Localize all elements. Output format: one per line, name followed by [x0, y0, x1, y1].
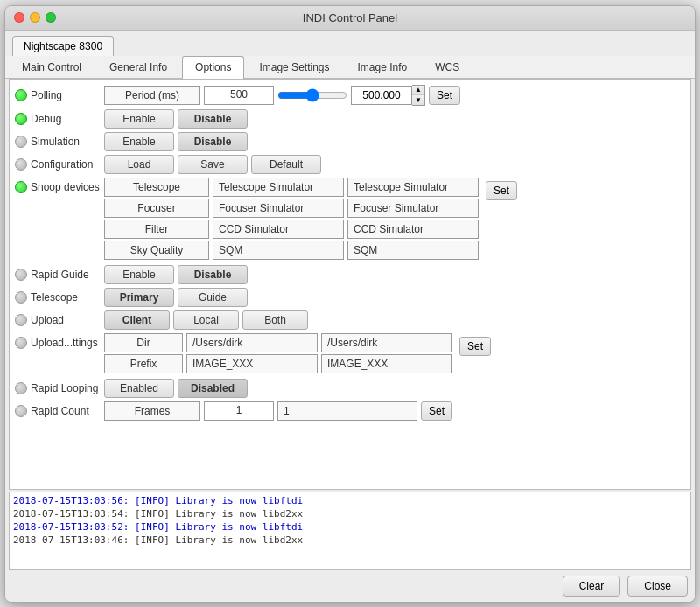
polling-indicator	[15, 89, 27, 101]
simulation-label: Simulation	[31, 136, 101, 148]
rapid-guide-label: Rapid Guide	[31, 269, 101, 281]
snoop-quality-val2: SQM	[347, 241, 479, 260]
configuration-save-button[interactable]: Save	[178, 155, 248, 174]
snoop-focuser-field: Focuser	[104, 199, 209, 218]
snoop-focuser-val2: Focuser Simulator	[347, 199, 479, 218]
snoop-indicator	[15, 181, 27, 193]
polling-spinner-down[interactable]: ▼	[412, 95, 424, 105]
close-button[interactable]	[14, 12, 24, 23]
rapid-guide-disable-button[interactable]: Disable	[178, 265, 248, 284]
telescope-row: Telescope Primary Guide	[15, 288, 685, 307]
rapid-count-field: Frames	[104, 401, 200, 421]
titlebar: INDI Control Panel	[5, 6, 695, 31]
configuration-load-button[interactable]: Load	[104, 155, 174, 174]
upload-client-button[interactable]: Client	[104, 310, 170, 330]
configuration-default-button[interactable]: Default	[251, 155, 321, 174]
rapid-guide-enable-button[interactable]: Enable	[104, 265, 174, 284]
maximize-button[interactable]	[46, 12, 56, 23]
snoop-filter-val2: CCD Simulator	[347, 220, 479, 239]
debug-indicator	[15, 113, 27, 125]
configuration-label: Configuration	[31, 158, 101, 171]
log-line-1: 2018-07-15T13:03:54: [INFO] Library is n…	[13, 507, 687, 520]
content-area: Polling Period (ms) 500 500.000 ▲ ▼ Set …	[9, 79, 691, 490]
rapid-guide-indicator	[15, 269, 27, 281]
upload-settings-set-button[interactable]: Set	[459, 337, 491, 356]
upload-prefix-row: Prefix IMAGE_XXX IMAGE_XXX	[104, 354, 452, 373]
debug-label: Debug	[31, 113, 101, 125]
rapid-count-label: Rapid Count	[31, 405, 101, 417]
upload-dir-field: Dir	[104, 333, 183, 352]
snoop-quality-field: Sky Quality	[104, 241, 209, 260]
snoop-telescope-val1: Telescope Simulator	[213, 178, 344, 197]
simulation-row: Simulation Enable Disable	[15, 132, 685, 151]
device-tab-nightscape[interactable]: Nightscape 8300	[12, 36, 114, 56]
upload-settings-row: Upload...ttings Dir /Users/dirk /Users/d…	[15, 333, 685, 375]
tab-main-control[interactable]: Main Control	[9, 56, 94, 78]
log-line-0: 2018-07-15T13:03:56: [INFO] Library is n…	[13, 494, 687, 507]
telescope-primary-button[interactable]: Primary	[104, 288, 174, 307]
telescope-guide-button[interactable]: Guide	[178, 288, 248, 307]
simulation-indicator	[15, 136, 27, 148]
window-controls	[14, 12, 56, 23]
main-window: INDI Control Panel Nightscape 8300 Main …	[4, 5, 696, 603]
window-title: INDI Control Panel	[303, 11, 397, 24]
upload-settings-table: Dir /Users/dirk /Users/dirk Prefix IMAGE…	[104, 333, 452, 375]
polling-set-button[interactable]: Set	[429, 86, 460, 105]
debug-enable-button[interactable]: Enable	[104, 109, 174, 129]
main-tabs: Main Control General Info Options Image …	[5, 56, 695, 79]
tab-options[interactable]: Options	[182, 56, 244, 79]
rapid-looping-disabled-button[interactable]: Disabled	[178, 379, 248, 398]
snoop-table: Telescope Telescope Simulator Telescope …	[104, 178, 479, 262]
rapid-looping-label: Rapid Looping	[31, 382, 101, 394]
snoop-telescope-field: Telescope	[104, 178, 209, 197]
rapid-count-spinner-val: 1	[277, 401, 417, 421]
snoop-focuser-row: Focuser Focuser Simulator Focuser Simula…	[104, 199, 479, 218]
upload-dir-val1: /Users/dirk	[186, 333, 318, 352]
simulation-enable-button[interactable]: Enable	[104, 132, 174, 151]
tab-image-settings[interactable]: Image Settings	[246, 56, 342, 78]
snoop-row: Snoop devices Telescope Telescope Simula…	[15, 178, 685, 262]
simulation-disable-button[interactable]: Disable	[178, 132, 248, 151]
rapid-count-row: Rapid Count Frames 1 1 Set	[15, 401, 685, 421]
snoop-focuser-val1: Focuser Simulator	[213, 199, 344, 218]
upload-local-button[interactable]: Local	[173, 310, 239, 330]
polling-field: Period (ms)	[104, 86, 200, 105]
snoop-filter-row: Filter CCD Simulator CCD Simulator	[104, 220, 479, 239]
tab-image-info[interactable]: Image Info	[344, 56, 420, 78]
rapid-count-value[interactable]: 1	[204, 401, 274, 421]
rapid-looping-indicator	[15, 382, 27, 394]
log-line-2: 2018-07-15T13:03:52: [INFO] Library is n…	[13, 520, 687, 534]
polling-spinner-up[interactable]: ▲	[412, 86, 424, 95]
snoop-telescope-row: Telescope Telescope Simulator Telescope …	[104, 178, 479, 197]
debug-disable-button[interactable]: Disable	[178, 109, 248, 129]
snoop-quality-row: Sky Quality SQM SQM	[104, 241, 479, 260]
minimize-button[interactable]	[30, 12, 40, 23]
polling-value[interactable]: 500	[204, 86, 274, 105]
device-tabs-bar: Nightscape 8300	[5, 31, 695, 56]
debug-row: Debug Enable Disable	[15, 109, 685, 129]
rapid-looping-row: Rapid Looping Enabled Disabled	[15, 379, 685, 398]
tab-wcs[interactable]: WCS	[422, 56, 472, 78]
rapid-count-indicator	[15, 405, 27, 417]
snoop-quality-val1: SQM	[213, 241, 344, 260]
polling-spinner-buttons: ▲ ▼	[412, 85, 425, 106]
polling-slider[interactable]	[277, 88, 347, 102]
rapid-looping-enabled-button[interactable]: Enabled	[104, 379, 174, 398]
upload-both-button[interactable]: Both	[242, 310, 308, 330]
log-line-3: 2018-07-15T13:03:46: [INFO] Library is n…	[13, 534, 687, 547]
snoop-set-button[interactable]: Set	[486, 181, 517, 200]
upload-indicator	[15, 314, 27, 326]
upload-prefix-val2: IMAGE_XXX	[321, 354, 452, 373]
close-button-bottom[interactable]: Close	[627, 576, 688, 597]
upload-settings-label: Upload...ttings	[31, 337, 101, 349]
rapid-count-set-button[interactable]: Set	[421, 401, 452, 421]
snoop-telescope-val2: Telescope Simulator	[347, 178, 479, 197]
telescope-label: Telescope	[31, 291, 101, 304]
rapid-guide-row: Rapid Guide Enable Disable	[15, 265, 685, 284]
polling-spinner-input[interactable]: 500.000	[351, 86, 412, 105]
polling-label: Polling	[31, 89, 101, 101]
log-area: 2018-07-15T13:03:56: [INFO] Library is n…	[9, 492, 691, 570]
upload-prefix-field: Prefix	[104, 354, 183, 373]
tab-general-info[interactable]: General Info	[96, 56, 180, 78]
clear-button[interactable]: Clear	[563, 576, 621, 597]
